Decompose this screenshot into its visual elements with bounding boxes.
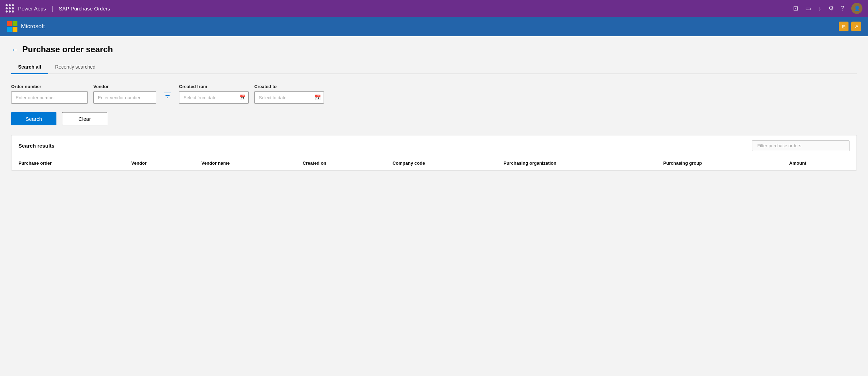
filter-input-wrap	[752, 140, 850, 151]
ms-logo[interactable]: Microsoft	[7, 21, 45, 32]
microsoft-bar: Microsoft ⊞ ↗	[0, 17, 868, 36]
page-name: SAP Purchase Orders	[59, 6, 110, 11]
created-from-wrap: 📅	[179, 91, 249, 104]
ms-grid-icon[interactable]: ⊞	[839, 22, 848, 31]
created-to-wrap: 📅	[254, 91, 324, 104]
order-number-field: Order number	[11, 84, 88, 104]
nav-separator: |	[52, 5, 53, 12]
results-header: Search results	[11, 135, 857, 156]
col-vendor-name: Vendor name	[194, 156, 296, 170]
ms-squares-icon	[7, 21, 17, 32]
col-purchase-order: Purchase order	[11, 156, 124, 170]
search-button[interactable]: Search	[11, 112, 56, 125]
tab-search-all[interactable]: Search all	[11, 61, 48, 74]
download-icon[interactable]: ↓	[818, 5, 821, 12]
filter-icon[interactable]	[162, 89, 173, 104]
created-from-input[interactable]	[179, 91, 249, 104]
app-name: Power Apps	[18, 6, 46, 11]
vendor-input[interactable]	[93, 91, 156, 104]
ms-logo-text: Microsoft	[21, 23, 45, 30]
present-icon[interactable]: ▭	[805, 5, 811, 12]
vendor-label: Vendor	[93, 84, 156, 89]
created-to-field: Created to 📅	[254, 84, 324, 104]
results-title: Search results	[18, 143, 54, 149]
table-header-row: Purchase order Vendor Vendor name Create…	[11, 156, 857, 170]
ms-arrow-icon[interactable]: ↗	[851, 22, 861, 31]
camera-icon[interactable]: ⊡	[793, 5, 798, 12]
created-from-label: Created from	[179, 84, 249, 89]
ms-bar-right: ⊞ ↗	[839, 22, 861, 31]
clear-button[interactable]: Clear	[62, 112, 107, 125]
vendor-field: Vendor	[93, 84, 156, 104]
results-table: Purchase order Vendor Vendor name Create…	[11, 156, 857, 170]
top-nav: Power Apps | SAP Purchase Orders ⊡ ▭ ↓ ⚙…	[0, 0, 868, 17]
order-number-input[interactable]	[11, 91, 88, 104]
main-content: ← Purchase order search Search all Recen…	[0, 36, 868, 376]
tab-recently-searched[interactable]: Recently searched	[48, 61, 102, 74]
filter-orders-input[interactable]	[752, 140, 850, 151]
col-vendor: Vendor	[124, 156, 194, 170]
col-amount: Amount	[782, 156, 857, 170]
user-avatar[interactable]: 👤	[851, 3, 862, 14]
page-title: Purchase order search	[22, 45, 113, 54]
settings-icon[interactable]: ⚙	[828, 5, 834, 12]
action-buttons: Search Clear	[11, 112, 857, 125]
col-company-code: Company code	[386, 156, 497, 170]
order-number-label: Order number	[11, 84, 88, 89]
col-created-on: Created on	[296, 156, 386, 170]
back-button[interactable]: ←	[11, 46, 18, 54]
results-section: Search results Purchase order Vendor Ven…	[11, 135, 857, 171]
col-purchasing-org: Purchasing organization	[497, 156, 657, 170]
search-form: Order number Vendor Created from 📅 Creat…	[11, 84, 857, 104]
tabs-container: Search all Recently searched	[11, 61, 857, 74]
help-icon[interactable]: ?	[841, 5, 844, 12]
col-purchasing-group: Purchasing group	[656, 156, 782, 170]
app-menu-icon[interactable]	[6, 4, 14, 13]
table-header: Purchase order Vendor Vendor name Create…	[11, 156, 857, 170]
created-from-field: Created from 📅	[179, 84, 249, 104]
created-to-label: Created to	[254, 84, 324, 89]
page-header: ← Purchase order search	[11, 45, 857, 54]
created-to-input[interactable]	[254, 91, 324, 104]
